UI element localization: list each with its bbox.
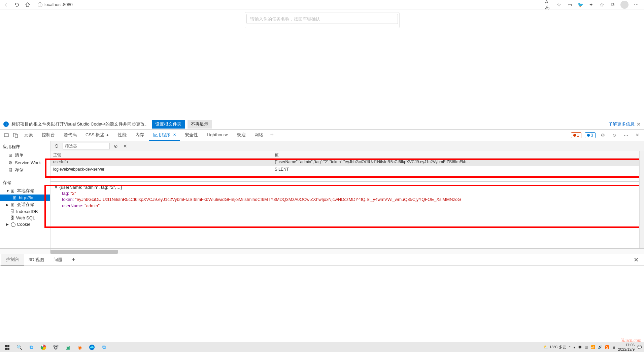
home-button[interactable]: [24, 1, 31, 8]
drawer-tab-3dview[interactable]: 3D 视图: [24, 254, 49, 266]
twitter-icon[interactable]: 🐦: [577, 2, 583, 8]
weather-widget[interactable]: ⛅ 13°C 多云: [543, 345, 566, 350]
feedback-icon[interactable]: ☺: [610, 131, 618, 139]
devtools-close-icon[interactable]: ✕: [633, 131, 641, 139]
add-tab-icon[interactable]: +: [268, 131, 276, 139]
tree-websql[interactable]: 🗄Web SQL: [0, 215, 50, 221]
col-key-header[interactable]: 主键: [50, 151, 272, 158]
dont-show-button[interactable]: 不再显示: [188, 120, 212, 129]
tab-welcome[interactable]: 欢迎: [233, 130, 250, 141]
notify-close-icon[interactable]: ✕: [637, 121, 641, 127]
notifications-icon[interactable]: 💬: [637, 345, 642, 349]
tree-session-storage[interactable]: ▶⊞会话存储: [0, 201, 50, 208]
back-button[interactable]: [3, 1, 9, 8]
refresh-button[interactable]: [13, 1, 20, 8]
vscode-icon[interactable]: ⧉: [98, 342, 110, 352]
tray-volume-icon[interactable]: 🔊: [598, 345, 603, 349]
extension-icon[interactable]: ✦: [588, 2, 594, 8]
tray-wifi-icon[interactable]: 📶: [590, 345, 595, 349]
favorites-bar-icon[interactable]: ✩: [599, 2, 605, 8]
filter-input[interactable]: [63, 143, 110, 149]
cookie-icon: ◯: [11, 222, 15, 227]
database-icon: 🗄: [8, 168, 13, 173]
drawer-tab-issues[interactable]: 问题: [49, 254, 67, 266]
tab-console[interactable]: 控制台: [38, 130, 59, 141]
tab-performance[interactable]: 性能: [114, 130, 131, 141]
tree-cookie[interactable]: ▶◯Cookie: [0, 221, 50, 227]
learn-more-link[interactable]: 了解更多信息: [608, 121, 635, 127]
tab-memory[interactable]: 内存: [131, 130, 148, 141]
error-badge[interactable]: 1: [571, 132, 582, 138]
tray-icon[interactable]: ●: [573, 345, 576, 349]
panel-scrollbar[interactable]: [50, 249, 644, 254]
drawer-add-icon[interactable]: +: [67, 254, 80, 266]
value-detail: ▼ {userName: "admin", tag: "2",…} tag: "…: [50, 181, 644, 248]
sidebar-item-manifest[interactable]: 🗎清单: [0, 151, 50, 159]
tab-network[interactable]: 网络: [250, 130, 267, 141]
grid-icon: ⊞: [11, 202, 15, 207]
search-icon[interactable]: 🔍: [13, 342, 25, 352]
split-screen-icon[interactable]: ▭: [567, 2, 573, 8]
chrome-icon[interactable]: [38, 342, 49, 352]
notify-message: 标识项目的根文件夹以打开Visual Studio Code中的源文件并同步更改…: [11, 121, 149, 127]
app-icon[interactable]: ➰: [50, 342, 61, 352]
collections-icon[interactable]: ⧉: [610, 2, 616, 8]
grid-icon: ⊞: [13, 195, 18, 200]
tree-local-storage-origin[interactable]: ⊞http://lo: [0, 195, 50, 201]
database-icon: 🗄: [10, 215, 15, 220]
delete-icon[interactable]: ✕: [122, 143, 129, 149]
drawer-tab-console[interactable]: 控制台: [1, 254, 24, 266]
tray-chevron-icon[interactable]: ^: [569, 345, 571, 349]
tab-css-overview[interactable]: CSS 概述 ▲: [81, 130, 113, 141]
close-icon[interactable]: ✕: [173, 133, 176, 137]
vscode-icon[interactable]: ⧉: [26, 342, 37, 352]
info-icon: i: [3, 121, 9, 127]
svg-rect-2: [15, 134, 18, 138]
inspect-icon[interactable]: [3, 131, 11, 139]
clock[interactable]: 17:06 2022/12/9: [618, 343, 635, 351]
weather-icon: ⛅: [543, 345, 548, 349]
site-info-icon[interactable]: i: [38, 2, 42, 7]
svg-rect-4: [7, 345, 9, 347]
sidebar-scrollbar[interactable]: [0, 249, 50, 254]
drawer-close-icon[interactable]: ✕: [634, 256, 639, 263]
app-icon[interactable]: ▣: [62, 342, 73, 352]
table-row[interactable]: userInfo {"userName":"admin","tag":"2","…: [50, 159, 644, 166]
gear-icon: ⚙: [8, 160, 13, 165]
tray-icon[interactable]: ⬢: [578, 345, 582, 349]
favorite-icon[interactable]: ☆: [556, 2, 562, 8]
devtools-menu-icon[interactable]: ⋯: [622, 131, 630, 139]
col-value-header[interactable]: 值: [272, 151, 644, 158]
clear-icon[interactable]: ⊘: [112, 143, 119, 149]
set-root-button[interactable]: 设置根文件夹: [152, 120, 185, 129]
tray-ime-icon[interactable]: S: [605, 345, 609, 349]
tab-elements[interactable]: 元素: [20, 130, 37, 141]
task-name-input[interactable]: [246, 14, 398, 24]
info-badge[interactable]: 3: [585, 132, 596, 138]
profile-avatar[interactable]: [620, 1, 629, 9]
read-aloud-icon[interactable]: Aあ: [545, 2, 551, 8]
tray-icon[interactable]: ▥: [584, 345, 588, 349]
sidebar-item-storage[interactable]: 🗄存储: [0, 166, 50, 174]
edge-icon[interactable]: [86, 342, 98, 352]
tray-battery-icon[interactable]: 🖥: [612, 345, 615, 349]
app-icon[interactable]: ◉: [74, 342, 86, 352]
start-button[interactable]: [1, 342, 13, 352]
settings-icon[interactable]: ⚙: [599, 131, 607, 139]
tab-sources[interactable]: 源代码: [60, 130, 81, 141]
tree-indexeddb[interactable]: 🗄IndexedDB: [0, 208, 50, 215]
task-card: [245, 12, 400, 28]
browser-menu-icon[interactable]: ⋯: [633, 2, 639, 8]
tab-lighthouse[interactable]: Lighthouse: [203, 130, 232, 141]
storage-section-title: 存储: [0, 178, 50, 187]
table-row[interactable]: loglevel:webpack-dev-server SILENT: [50, 166, 644, 173]
tree-local-storage[interactable]: ▼⊞本地存储: [0, 187, 50, 195]
vertical-scrollbar[interactable]: [639, 151, 644, 248]
address-bar[interactable]: i localhost:8080: [35, 1, 541, 8]
sidebar-item-service-workers[interactable]: ⚙Service Work: [0, 159, 50, 166]
tab-security[interactable]: 安全性: [181, 130, 202, 141]
tab-application[interactable]: 应用程序 ✕: [149, 130, 180, 141]
refresh-panel-icon[interactable]: [53, 143, 60, 149]
device-toggle-icon[interactable]: [11, 131, 20, 139]
svg-rect-3: [5, 345, 7, 347]
